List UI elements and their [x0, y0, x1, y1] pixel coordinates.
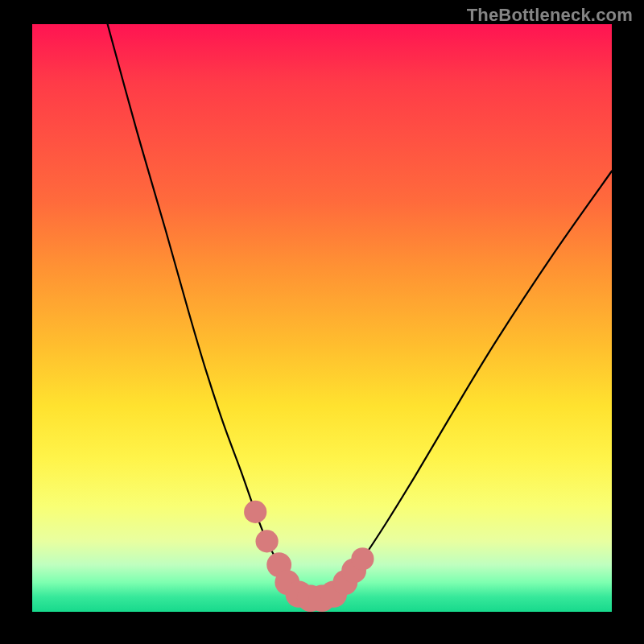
watermark-text: TheBottleneck.com: [467, 5, 633, 26]
curve-svg: [32, 24, 612, 612]
plot-area: [32, 24, 612, 612]
curve-marker: [256, 530, 279, 552]
bottleneck-curve: [108, 24, 612, 599]
chart-frame: TheBottleneck.com: [0, 0, 644, 644]
curve-marker: [244, 501, 266, 523]
marker-group: [244, 501, 374, 612]
curve-marker: [351, 547, 374, 570]
